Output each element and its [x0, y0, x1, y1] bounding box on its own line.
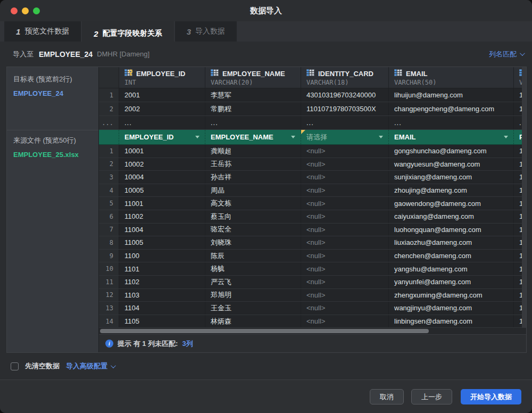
column-header-name: EMPLOYEE_ID [124, 69, 185, 78]
cell-value: linbingsen@dameng.com [394, 317, 472, 325]
table-column-icon [211, 69, 219, 78]
null-value: <null> [306, 317, 325, 325]
row-number-cell: 7 [99, 224, 119, 236]
table-row: 410005周晶<null>zhoujing@dameng.com1 [99, 184, 526, 197]
column-header-employee-name: EMPLOYEE_NAMEVARCHAR(20) [205, 67, 301, 88]
tab-step-3[interactable]: 3导入数据 [175, 21, 237, 42]
table-row: 611002蔡玉向<null>caiyuxiang@dameng.com1 [99, 210, 526, 224]
data-cell: <null> [301, 289, 389, 302]
tab-step-2[interactable]: 2配置字段映射关系 [82, 21, 173, 46]
row-number-cell: 14 [99, 315, 119, 328]
column-type-text: VARCHAR(20) [211, 79, 253, 86]
footer-bar: 取消 上一步 开始导入数据 [0, 379, 532, 413]
vertical-scrollbar[interactable] [522, 67, 526, 328]
minimize-button[interactable] [22, 7, 29, 14]
row-number-cell: 6 [99, 210, 119, 223]
cell-value: 1104 [124, 304, 139, 312]
data-cell: 李慧军 [205, 88, 301, 102]
mapping-select-employee-name[interactable]: EMPLOYEE_NAME [205, 130, 301, 144]
tab-step-label: 预览文件数据 [24, 27, 69, 36]
data-cell: <null> [301, 262, 389, 275]
table-row: 141105林炳森<null>linbingsen@dameng.com1 [99, 315, 526, 328]
cell-value: 1102 [124, 278, 139, 286]
column-header-name: IDENTITY_CARD [306, 69, 373, 78]
data-cell: 1101 [119, 262, 205, 275]
table-row: 110001龚顺超<null>gongshunchao@dameng.com1 [99, 145, 526, 158]
table-row: 310004孙吉祥<null>sunjixiang@dameng.com1 [99, 171, 526, 184]
cell-value: 王岳荪 [211, 159, 231, 169]
data-cell: lihuijun@dameng.com [389, 88, 514, 102]
row-number-cell: ... [99, 116, 119, 129]
table-row: 811005刘晓珠<null>liuxiaozhu@dameng.com1 [99, 236, 526, 250]
cell-value: 10004 [124, 173, 144, 181]
column-name-text: EMAIL [406, 70, 427, 78]
cell-value: 周晶 [211, 186, 225, 195]
target-table-name: EMPLOYEE_24 [39, 50, 93, 59]
cell-value: wangjinyu@dameng.com [394, 304, 472, 312]
cell-value: chenchen@dameng.com [394, 252, 471, 260]
row-number-cell: 1 [99, 88, 119, 102]
cell-value: ... [211, 119, 218, 127]
row-number-cell: 3 [99, 171, 119, 184]
cell-value: zhoujing@dameng.com [394, 186, 467, 194]
column-type-text: VARCHAR(50) [394, 79, 436, 86]
table-row: 101101杨毓<null>yangshu@dameng.com1 [99, 262, 526, 276]
target-table-link[interactable]: EMPLOYEE_24 [13, 89, 92, 97]
target-table-label: 目标表 (预览前2行) [13, 75, 92, 84]
zoom-button[interactable] [33, 7, 40, 14]
start-import-button[interactable]: 开始导入数据 [461, 389, 521, 404]
data-cell: gongshunchao@dameng.com [389, 145, 514, 158]
column-name-text: EMPLOYEE_NAME [222, 70, 285, 78]
table-column-icon [306, 69, 315, 78]
mapping-select-employee-id[interactable]: EMPLOYEE_ID [119, 130, 205, 144]
row-number-cell: 2 [99, 158, 119, 171]
data-cell: sunjixiang@dameng.com [389, 171, 514, 184]
null-value: <null> [306, 252, 325, 260]
unmatched-columns-link[interactable]: 3列 [182, 339, 193, 349]
cell-value: caiyuxiang@dameng.com [394, 212, 474, 220]
source-preview-rows: 110001龚顺超<null>gongshunchao@dameng.com12… [99, 145, 526, 328]
column-match-dropdown[interactable]: 列名匹配 [489, 49, 523, 59]
sidebar: 目标表 (预览前2行) EMPLOYEE_24 来源文件 (预览50行) EMP… [7, 67, 99, 352]
column-header-identity-card: IDENTITY_CARDVARCHAR(18) [301, 67, 389, 88]
cell-value: 1101 [124, 265, 139, 273]
data-cell: 11005 [119, 236, 205, 249]
row-number-cell: 13 [99, 302, 119, 315]
data-cell: 1100 [119, 250, 205, 262]
data-cell: 郑旭明 [205, 289, 301, 302]
mapping-row-corner [99, 130, 119, 144]
data-cell: <null> [301, 315, 389, 328]
cell-value: 李慧军 [211, 90, 231, 100]
cell-value: 1105 [124, 317, 139, 325]
table-row: 711004骆宏全<null>luohongquan@dameng.com1 [99, 224, 526, 237]
row-number-header [99, 67, 119, 88]
cell-value: 孙吉祥 [211, 172, 231, 182]
data-cell: wangjinyu@dameng.com [389, 302, 514, 315]
clear-data-checkbox[interactable] [11, 362, 19, 370]
cell-value: 龚顺超 [211, 146, 231, 156]
data-cell: 10001 [119, 145, 205, 158]
mapping-select-identity-card[interactable]: 请选择 [301, 130, 389, 144]
mapping-select-value: 请选择 [306, 133, 327, 142]
null-value: <null> [306, 200, 325, 208]
cell-value: 10001 [124, 147, 144, 155]
horizontal-scrollbar-thumb[interactable] [100, 329, 429, 333]
mapping-select-email[interactable]: EMAIL [389, 130, 514, 144]
cell-value: lihuijun@dameng.com [394, 91, 463, 99]
dropdown-arrow-icon [379, 136, 383, 138]
data-cell: <null> [301, 250, 389, 262]
data-cell: caiyuxiang@dameng.com [389, 210, 514, 223]
previous-step-button[interactable]: 上一步 [411, 389, 452, 404]
close-button[interactable] [11, 7, 18, 14]
source-file-section: 来源文件 (预览50行) EMPLOYEE_25.xlsx [7, 130, 98, 352]
advanced-config-toggle[interactable]: 导入高级配置 [66, 361, 114, 371]
horizontal-scrollbar[interactable] [99, 328, 526, 334]
info-icon: i [105, 340, 113, 348]
cell-value: 430103196703240000 [306, 91, 376, 99]
data-cell: 1102 [119, 276, 205, 288]
cell-value: 刘晓珠 [211, 238, 231, 247]
tab-step-1[interactable]: 1预览文件数据 [4, 21, 81, 42]
data-cell: 2002 [119, 102, 205, 115]
cancel-button[interactable]: 取消 [370, 389, 404, 404]
source-file-link[interactable]: EMPLOYEE_25.xlsx [13, 151, 92, 159]
